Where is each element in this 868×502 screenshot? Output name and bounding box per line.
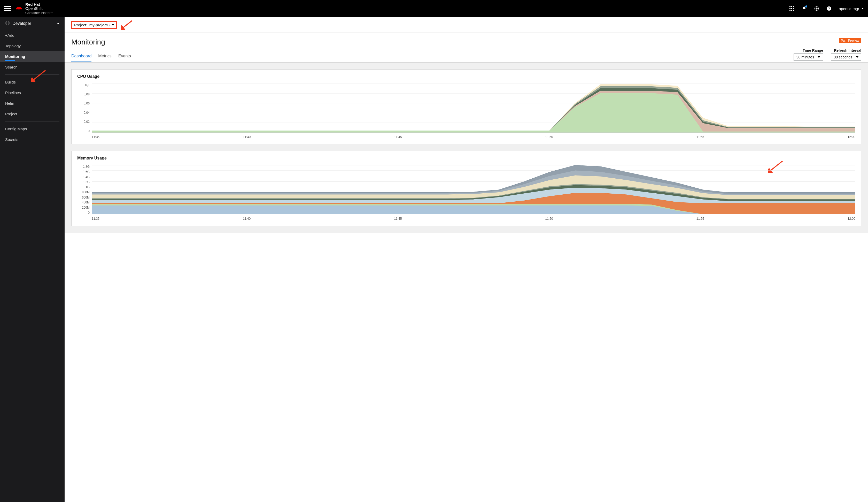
refresh-value: 30 seconds <box>834 55 852 59</box>
time-range-label: Time Range <box>803 48 823 52</box>
nav-item--add[interactable]: +Add <box>0 30 65 41</box>
nav-item-secrets[interactable]: Secrets <box>0 134 65 145</box>
project-prefix: Project: <box>74 23 87 27</box>
svg-rect-3 <box>789 8 790 9</box>
card-title: CPU Usage <box>72 70 861 83</box>
axis-tick: 11:55 <box>696 135 704 140</box>
axis-tick: 400M <box>82 201 90 204</box>
perspective-label: Developer <box>12 21 31 26</box>
svg-rect-6 <box>789 10 790 11</box>
axis-tick: 12:00 <box>848 135 855 140</box>
axis-tick: 1,2G <box>83 180 90 183</box>
axis-tick: 200M <box>82 206 90 209</box>
page-header: Monitoring Tech Preview <box>65 33 868 46</box>
tab-events[interactable]: Events <box>118 51 131 62</box>
nav-list: +AddTopologyMonitoringSearchBuildsPipeli… <box>0 30 65 145</box>
axis-tick: 11:50 <box>545 217 553 222</box>
axis-tick: 11:40 <box>243 135 251 140</box>
notification-dot <box>805 6 807 8</box>
svg-rect-2 <box>793 6 794 7</box>
chevron-down-icon <box>57 23 59 24</box>
plus-add-icon[interactable] <box>814 6 819 11</box>
tabs-row: DashboardMetricsEvents Time Range 30 min… <box>65 48 868 62</box>
chevron-down-icon <box>856 56 858 58</box>
apps-grid-icon[interactable] <box>789 6 794 11</box>
svg-rect-8 <box>793 10 794 11</box>
svg-rect-0 <box>789 6 790 7</box>
chart-container: 1,8G1,6G1,4G1,2G1G800M600M400M200M0 11:3… <box>72 165 861 226</box>
nav-item-config-maps[interactable]: Config Maps <box>0 123 65 134</box>
time-range-select[interactable]: 30 minutes <box>794 53 823 61</box>
axis-tick: 11:40 <box>243 217 251 222</box>
redhat-fedora-icon <box>16 6 23 11</box>
axis-tick: 800M <box>82 191 90 194</box>
svg-line-14 <box>123 21 132 28</box>
brand-line3: Container Platform <box>25 11 53 15</box>
nav-item-monitoring[interactable]: Monitoring <box>0 51 65 62</box>
topbar-right: ? opentlc-mgr <box>789 6 864 11</box>
axis-tick: 0,1 <box>85 83 90 87</box>
time-range-control: Time Range 30 minutes <box>794 48 823 61</box>
axis-tick: 11:45 <box>394 217 402 222</box>
perspective-switcher[interactable]: Developer <box>0 17 65 30</box>
tech-preview-badge: Tech Preview <box>839 38 861 43</box>
cpu-chart[interactable]: 0,10,080,060,040,020 11:3511:4011:4511:5… <box>77 83 855 140</box>
nav-item-project[interactable]: Project <box>0 109 65 119</box>
topbar-left: Red Hat OpenShift Container Platform <box>4 2 53 15</box>
user-name: opentlc-mgr <box>839 7 859 11</box>
shell: Developer +AddTopologyMonitoringSearchBu… <box>0 17 868 502</box>
card-cpu-usage: CPU Usage 0,10,080,060,040,020 11:3511:4… <box>71 69 861 144</box>
time-range-value: 30 minutes <box>796 55 814 59</box>
svg-rect-5 <box>793 8 794 9</box>
axis-tick: 1G <box>85 185 90 189</box>
card-title: Memory Usage <box>72 151 861 165</box>
card-memory-usage: Memory Usage 1,8G1,6G1,4G1,2G1G800M600M4… <box>71 151 861 226</box>
axis-tick: 0,02 <box>84 120 90 123</box>
y-axis-labels: 0,10,080,060,040,020 <box>77 83 90 133</box>
axis-tick: 11:45 <box>394 135 402 140</box>
memory-chart[interactable]: 1,8G1,6G1,4G1,2G1G800M600M400M200M0 11:3… <box>77 165 855 222</box>
axis-tick: 11:35 <box>92 135 100 140</box>
svg-rect-4 <box>791 8 792 9</box>
brand-logo[interactable]: Red Hat OpenShift Container Platform <box>16 2 53 15</box>
nav-item-topology[interactable]: Topology <box>0 41 65 51</box>
axis-tick: 12:00 <box>848 217 855 222</box>
plot-area <box>92 165 855 214</box>
x-axis-labels: 11:3511:4011:4511:5011:5512:00 <box>92 215 855 222</box>
hamburger-menu-button[interactable] <box>4 6 11 11</box>
refresh-interval-control: Refresh Interval 30 seconds <box>831 48 861 61</box>
axis-tick: 600M <box>82 196 90 199</box>
x-axis-labels: 11:3511:4011:4511:5011:5512:00 <box>92 134 855 140</box>
axis-tick: 1,6G <box>83 170 90 173</box>
plot-area <box>92 83 855 133</box>
svg-rect-7 <box>791 10 792 11</box>
main-content: Project: my-project8 Monitoring Tech Pre… <box>65 17 868 502</box>
refresh-select[interactable]: 30 seconds <box>831 53 861 61</box>
nav-item-pipelines[interactable]: Pipelines <box>0 87 65 98</box>
axis-tick: 1,8G <box>83 165 90 168</box>
chart-container: 0,10,080,060,040,020 11:3511:4011:4511:5… <box>72 83 861 144</box>
help-question-icon[interactable]: ? <box>826 6 831 11</box>
axis-tick: 11:35 <box>92 217 100 222</box>
y-axis-labels: 1,8G1,6G1,4G1,2G1G800M600M400M200M0 <box>77 165 90 214</box>
brand-text: Red Hat OpenShift Container Platform <box>25 2 53 15</box>
nav-item-helm[interactable]: Helm <box>0 98 65 109</box>
tab-metrics[interactable]: Metrics <box>98 51 112 62</box>
chevron-down-icon <box>818 56 820 58</box>
axis-tick: 0 <box>88 211 90 214</box>
axis-tick: 11:55 <box>696 217 704 222</box>
topbar: Red Hat OpenShift Container Platform ? o… <box>0 0 868 17</box>
annotation-arrow-icon <box>121 20 133 30</box>
dashboard-controls: Time Range 30 minutes Refresh Interval 3… <box>794 48 861 62</box>
axis-tick: 1,4G <box>83 175 90 179</box>
project-selector[interactable]: Project: my-project8 <box>71 21 117 29</box>
axis-tick: 0,06 <box>84 102 90 105</box>
dashboard-area: CPU Usage 0,10,080,060,040,020 11:3511:4… <box>65 62 868 233</box>
page-title: Monitoring <box>71 38 105 46</box>
tab-dashboard[interactable]: Dashboard <box>71 51 92 62</box>
refresh-label: Refresh Interval <box>834 48 861 52</box>
user-menu[interactable]: opentlc-mgr <box>839 7 864 11</box>
sidebar: Developer +AddTopologyMonitoringSearchBu… <box>0 17 65 502</box>
bell-notifications-icon[interactable] <box>802 6 807 11</box>
code-icon <box>5 21 10 26</box>
